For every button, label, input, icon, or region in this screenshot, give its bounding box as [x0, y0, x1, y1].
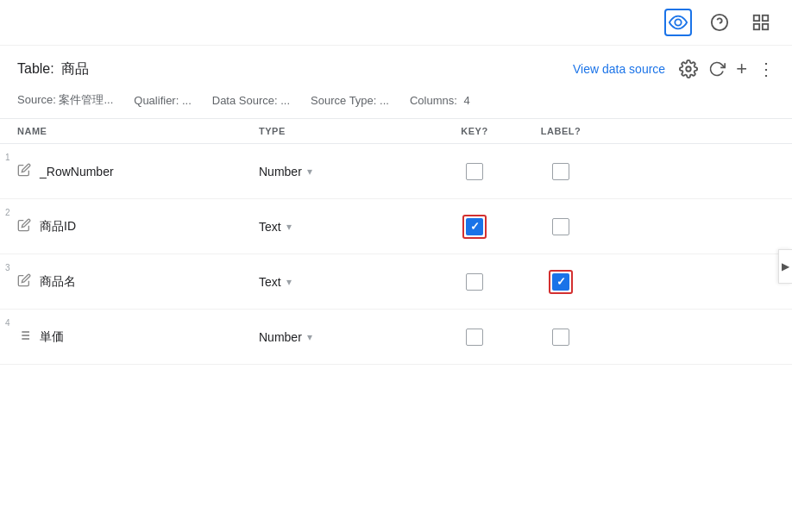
- svg-rect-4: [763, 16, 768, 21]
- label-checkbox[interactable]: [552, 163, 569, 180]
- columns-meta: Columns: 4: [410, 94, 470, 107]
- key-checkbox[interactable]: [466, 163, 483, 180]
- row-name-col: _RowNumber: [17, 163, 259, 179]
- settings-icon[interactable]: [679, 59, 698, 78]
- row-name-col: 商品ID: [17, 218, 259, 235]
- field-name: 商品名: [40, 274, 76, 290]
- table-title: Table: 商品: [17, 60, 89, 78]
- row-key-col[interactable]: [431, 329, 518, 346]
- row-type-col: Text ▾: [259, 275, 431, 289]
- edit-icon[interactable]: [17, 218, 31, 235]
- label-checkbox[interactable]: [552, 329, 569, 346]
- row-label-col[interactable]: [518, 218, 604, 235]
- table-row: 4単価Number ▾: [0, 310, 792, 365]
- data-rows: 1_RowNumberNumber ▾2商品IDText ▾✓3商品名Text …: [0, 144, 792, 365]
- key-checkbox[interactable]: [466, 329, 483, 346]
- table-row: 1_RowNumberNumber ▾: [0, 144, 792, 199]
- field-type: Number: [259, 165, 302, 178]
- grid-icon[interactable]: [747, 9, 775, 36]
- type-dropdown-arrow[interactable]: ▾: [307, 331, 312, 343]
- table-row: 2商品IDText ▾✓: [0, 199, 792, 254]
- drag-icon[interactable]: [17, 329, 31, 345]
- label-checkbox-checked[interactable]: ✓: [552, 273, 569, 291]
- table-header-row: Table: 商品 View data source + ⋮: [0, 46, 792, 92]
- field-type: Number: [259, 330, 302, 344]
- label-checkbox[interactable]: [552, 218, 569, 235]
- source-type-meta: Source Type: ...: [311, 94, 389, 107]
- svg-rect-6: [763, 24, 768, 29]
- right-arrow[interactable]: ▶: [778, 249, 792, 284]
- col-header-name: NAME: [17, 126, 259, 136]
- col-header-type: TYPE: [259, 126, 431, 136]
- row-number: 4: [5, 318, 10, 328]
- col-header-label: LABEL?: [518, 126, 604, 136]
- key-checkbox-checked[interactable]: ✓: [466, 218, 483, 235]
- col-header-key: KEY?: [431, 126, 518, 136]
- header-actions: + ⋮: [679, 58, 775, 80]
- row-name-col: 商品名: [17, 273, 259, 290]
- svg-rect-5: [754, 24, 759, 29]
- svg-rect-3: [754, 16, 759, 21]
- row-key-col[interactable]: ✓: [431, 218, 518, 235]
- top-toolbar: [0, 0, 792, 46]
- field-name: 商品ID: [40, 219, 76, 235]
- qualifier-meta: Qualifier: ...: [134, 94, 191, 107]
- type-dropdown-arrow[interactable]: ▾: [286, 276, 292, 288]
- meta-row: Source: 案件管理... Qualifier: ... Data Sour…: [0, 92, 792, 118]
- type-dropdown-arrow[interactable]: ▾: [286, 221, 292, 233]
- row-type-col: Number ▾: [259, 330, 431, 344]
- source-meta: Source: 案件管理...: [17, 92, 113, 108]
- row-type-col: Text ▾: [259, 220, 431, 234]
- row-name-col: 単価: [17, 329, 259, 345]
- field-name: 単価: [40, 329, 64, 345]
- svg-point-7: [686, 66, 691, 72]
- key-checkbox[interactable]: [466, 273, 483, 291]
- view-icon[interactable]: [664, 9, 692, 36]
- field-type: Text: [259, 275, 281, 289]
- data-source-meta: Data Source: ...: [212, 94, 290, 107]
- add-icon[interactable]: +: [736, 58, 747, 80]
- refresh-icon[interactable]: [708, 60, 726, 78]
- row-number: 1: [5, 153, 10, 162]
- row-key-col[interactable]: [431, 273, 518, 291]
- view-data-source-link[interactable]: View data source: [573, 62, 665, 76]
- row-number: 3: [5, 263, 10, 272]
- table-row: 3商品名Text ▾✓: [0, 254, 792, 310]
- row-key-col[interactable]: [431, 163, 518, 180]
- field-type: Text: [259, 220, 281, 234]
- row-number: 2: [5, 208, 10, 217]
- row-label-col[interactable]: ✓: [518, 273, 604, 291]
- help-icon[interactable]: [706, 9, 733, 36]
- more-icon[interactable]: ⋮: [757, 59, 775, 79]
- row-label-col[interactable]: [518, 329, 604, 346]
- field-name: _RowNumber: [40, 165, 114, 178]
- edit-icon[interactable]: [17, 163, 31, 179]
- svg-point-0: [675, 19, 681, 25]
- type-dropdown-arrow[interactable]: ▾: [307, 166, 312, 178]
- edit-icon[interactable]: [17, 273, 31, 290]
- row-type-col: Number ▾: [259, 165, 431, 178]
- column-headers: NAME TYPE KEY? LABEL?: [0, 118, 792, 144]
- row-label-col[interactable]: [518, 163, 604, 180]
